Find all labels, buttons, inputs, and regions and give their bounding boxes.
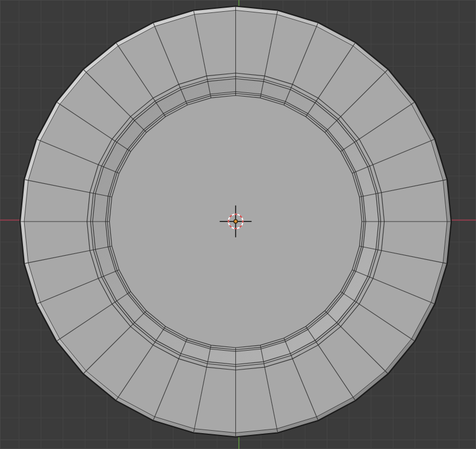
blender-3d-viewport[interactable] [0,0,476,449]
cursor-origin-dot [234,220,237,223]
viewport-canvas[interactable] [0,0,476,449]
